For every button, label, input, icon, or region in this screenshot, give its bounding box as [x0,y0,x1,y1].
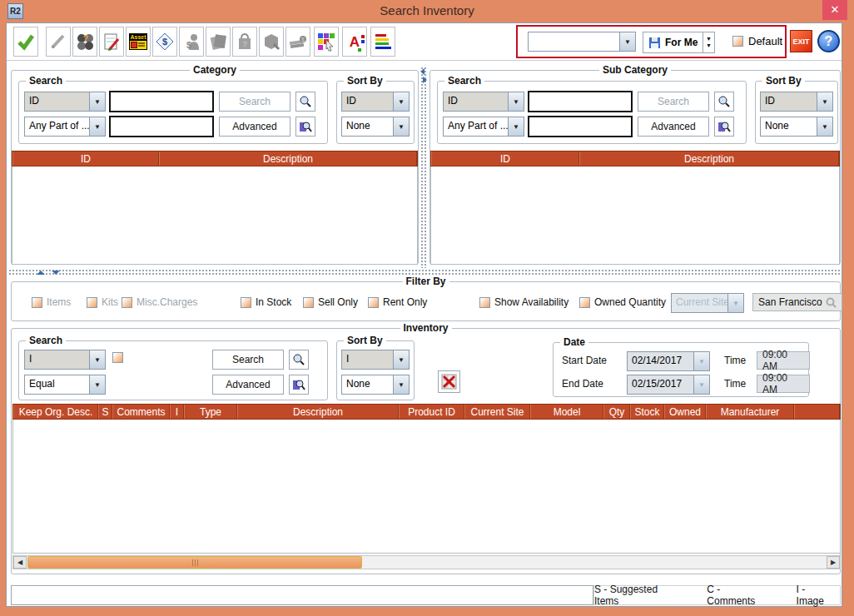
current-site-combo: Current Site ▼ [671,293,744,313]
window-title: Search Inventory [0,3,854,17]
inventory-sort-secondary[interactable]: None▼ [341,375,410,395]
sort-bars-icon[interactable] [370,27,395,57]
vertical-splitter[interactable] [420,67,428,268]
subcategory-table-body[interactable] [430,166,840,265]
inventory-group: Inventory Search I▼ Equal▼ Search Advanc… [11,328,841,574]
help-button[interactable]: ? [817,30,840,52]
chevron-down-icon[interactable]: ▼ [393,375,409,394]
chevron-down-icon[interactable]: ▼ [817,92,832,111]
close-button[interactable]: ✕ [822,0,847,20]
category-field-combo[interactable]: ID▼ [24,92,106,112]
subcategory-panel: Sub Category Search ID▼ Search Any Part … [429,70,841,265]
advanced-search-icon[interactable] [714,117,734,137]
search-magnifier-icon[interactable] [714,92,734,112]
in-stock-checkbox-row: In Stock [241,296,291,308]
comment-input[interactable] [11,585,593,605]
confirm-check-icon[interactable] [13,27,38,57]
horizontal-scrollbar[interactable]: ◀ ▶ [12,555,841,569]
category-search-input-1[interactable] [109,91,214,112]
price-tag-icon[interactable]: $ [152,27,177,57]
owned-quantity-checkbox[interactable] [579,297,590,308]
save-for-me-button[interactable]: For Me [643,32,703,53]
box-search-icon [259,27,284,57]
chevron-down-icon[interactable]: ▼ [393,350,409,369]
inventory-sort-primary[interactable]: I▼ [341,350,410,370]
category-sort-primary[interactable]: ID▼ [341,92,410,112]
scroll-right-icon[interactable]: ▶ [827,556,840,569]
default-checkbox[interactable] [732,36,743,47]
category-table-header[interactable]: ID Description [12,151,418,166]
sell-only-checkbox[interactable] [303,297,314,308]
chevron-down-icon[interactable]: ▼ [89,117,105,136]
rent-only-checkbox-row: Rent Only [368,296,427,308]
category-advanced-button[interactable]: Advanced [219,117,290,137]
for-me-label: For Me [665,37,698,48]
subcategory-field-combo[interactable]: ID▼ [443,92,524,112]
items-query-icon[interactable]: ? [72,27,97,57]
inventory-table-body[interactable] [12,420,841,554]
splitter-left-icon[interactable] [420,68,425,75]
advanced-search-icon[interactable] [295,117,315,137]
inventory-advanced-button[interactable]: Advanced [212,375,284,395]
chevron-down-icon[interactable]: ▼ [508,117,524,136]
inventory-sortby-group: Sort By I▼ None▼ [336,340,415,400]
chevron-down-icon[interactable]: ▼ [393,117,409,136]
category-table-body[interactable] [12,166,418,265]
chevron-down-icon[interactable]: ▼ [393,92,409,111]
kits-checkbox-row: Kits [87,296,118,308]
profile-combo[interactable]: ▼ [528,32,636,52]
exit-button[interactable]: EXIT [790,30,812,52]
title-bar: R2 Search Inventory ✕ [0,0,854,22]
vendor-money-icon: $ [179,27,204,57]
splitter-up-icon[interactable] [37,271,45,275]
category-search-input-2[interactable] [109,116,214,137]
inventory-match-combo[interactable]: Equal▼ [24,375,106,395]
splitter-right-icon[interactable] [423,77,427,83]
category-title: Category [190,64,240,76]
legend-bar: S - Suggested Items C - Comments I - Ima… [593,585,841,605]
splitter-down-icon[interactable] [52,271,60,275]
scroll-left-icon[interactable]: ◀ [13,556,27,569]
in-stock-checkbox[interactable] [241,297,251,308]
end-time-label: Time [724,378,746,390]
subcategory-match-combo[interactable]: Any Part of ...▼ [443,117,524,137]
scrollbar-thumb[interactable] [27,556,362,569]
search-magnifier-icon[interactable] [289,350,309,370]
category-panel: Category Search ID▼ Search Any Part of .… [11,70,419,265]
inventory-field-combo[interactable]: I▼ [24,350,106,370]
subcategory-advanced-button[interactable]: Advanced [638,117,709,137]
clear-grid-icon[interactable] [438,370,460,393]
subcategory-search-input-2[interactable] [528,116,633,137]
category-match-combo[interactable]: Any Part of ...▼ [24,117,106,137]
subcategory-table-header[interactable]: ID Description [430,151,840,166]
subcategory-sort-secondary[interactable]: None▼ [760,117,833,137]
advanced-search-icon[interactable] [289,375,309,395]
filter-by-group: Filter By Items Kits Misc.Charges In Sto… [11,281,841,321]
notes-icon[interactable] [99,27,124,57]
chevron-down-icon[interactable]: ▼ [89,92,105,111]
category-sortby-group: Sort By ID▼ None▼ [336,81,415,144]
asset-calculator-icon[interactable]: Asset [126,27,151,57]
search-inventory-window: R2 Search Inventory ✕ ? Asset $ [0,0,854,616]
subcategory-sort-primary[interactable]: ID▼ [760,92,833,112]
chevron-down-icon[interactable]: ▼ [89,350,105,369]
profile-group: ▼ For Me ▼▼ Default [516,25,787,58]
font-color-icon[interactable]: A [342,27,367,57]
rent-only-checkbox[interactable] [368,297,379,308]
legend-suggested-items: S - Suggested Items [594,584,675,607]
profile-spinner[interactable]: ▼▼ [703,32,715,53]
chevron-down-icon[interactable]: ▼ [817,117,832,136]
search-magnifier-icon[interactable] [295,92,315,112]
inventory-table-header[interactable]: Keep Org. Desc. S Comments I Type Descri… [12,404,841,420]
color-grid-cursor-icon[interactable] [314,27,339,57]
chevron-down-icon[interactable]: ▼ [619,32,635,51]
category-sort-secondary[interactable]: None▼ [341,117,410,137]
chevron-down-icon[interactable]: ▼ [89,375,105,394]
misc-charges-checkbox [122,297,132,308]
chevron-down-icon[interactable]: ▼ [508,92,524,111]
date-group: Date Start Date 02/14/2017 ▼ Time 09:00 … [553,342,809,397]
subcategory-search-input-1[interactable] [528,91,633,112]
keyword-checkbox[interactable] [112,352,123,363]
inventory-search-button[interactable]: Search [212,350,284,370]
show-availability-checkbox[interactable] [479,297,490,308]
